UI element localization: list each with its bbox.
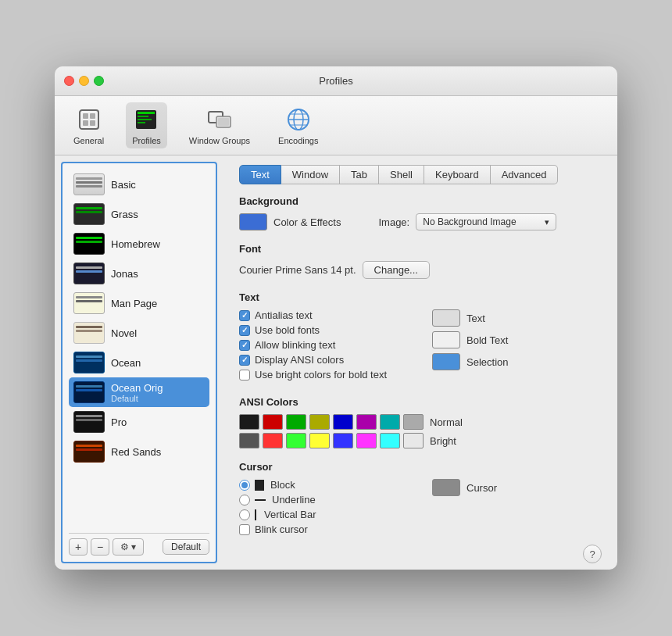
tab-shell[interactable]: Shell [379, 165, 424, 184]
profile-item-grass[interactable]: Grass [69, 199, 209, 229]
maximize-button[interactable] [94, 76, 104, 86]
ansi-normal-2[interactable] [286, 414, 306, 430]
toolbar-item-general[interactable]: General [67, 102, 110, 148]
content-area: Basic Grass Homebrew [55, 155, 617, 570]
profile-name-basic: Basic [111, 179, 136, 191]
profile-item-jonas[interactable]: Jonas [69, 259, 209, 288]
tab-window[interactable]: Window [281, 165, 340, 184]
svg-rect-1 [83, 113, 88, 119]
ansi-bright-7[interactable] [403, 433, 424, 448]
ansi-bright-5[interactable] [356, 433, 377, 448]
ansi-bright-4[interactable] [333, 433, 353, 448]
svg-rect-0 [80, 110, 98, 129]
blink-cursor-checkbox[interactable] [239, 524, 250, 535]
profile-thumb-oceanorig [73, 381, 105, 403]
cursor-color-col: Cursor [432, 479, 602, 538]
profile-item-manpage[interactable]: Man Page [69, 288, 209, 318]
svg-rect-4 [90, 120, 95, 126]
ansi-bright-6[interactable] [380, 433, 400, 448]
text-section: Text Antialias text Use bold fonts [239, 291, 602, 384]
ansi-normal-3[interactable] [309, 414, 330, 430]
profile-thumb-novel [73, 322, 105, 344]
toolbar-item-encodings[interactable]: Encodings [272, 102, 324, 148]
cursor-underline-radio[interactable] [239, 495, 250, 506]
tab-advanced[interactable]: Advanced [491, 165, 559, 184]
ansi-normal-4[interactable] [333, 414, 353, 430]
profile-sub-oceanorig: Default [111, 394, 163, 403]
ansi-title: ANSI Colors [239, 396, 602, 408]
profile-item-homebrew[interactable]: Homebrew [69, 229, 209, 259]
text-checkboxes: Antialias text Use bold fonts Allow blin… [239, 309, 409, 384]
blink-cursor-label: Blink cursor [255, 523, 308, 535]
tab-keyboard[interactable]: Keyboard [424, 165, 491, 184]
ansi-section: ANSI Colors Normal [239, 396, 602, 448]
bright-bold-label: Use bright colors for bold text [255, 369, 387, 381]
background-section: Background Color & Effects Image: No Bac… [239, 195, 602, 230]
default-button[interactable]: Default [163, 539, 209, 555]
profile-name-manpage: Man Page [111, 298, 157, 309]
bright-bold-checkbox[interactable] [239, 370, 250, 381]
ansi-normal-0[interactable] [239, 414, 259, 430]
profile-item-basic[interactable]: Basic [69, 170, 209, 199]
cursor-block-radio[interactable] [239, 480, 250, 491]
selection-color-box[interactable] [432, 353, 460, 370]
ansi-bright-3[interactable] [309, 433, 330, 448]
background-title: Background [239, 195, 602, 207]
cursor-underline-row: Underline [239, 494, 409, 506]
profile-item-ocean[interactable]: Ocean [69, 348, 209, 377]
profile-name-ocean: Ocean [111, 357, 141, 369]
profile-item-novel[interactable]: Novel [69, 318, 209, 348]
remove-profile-button[interactable]: − [91, 538, 109, 556]
ansi-row: Display ANSI colors [239, 354, 409, 366]
profile-item-redsands[interactable]: Red Sands [69, 437, 209, 466]
tab-text[interactable]: Text [239, 165, 281, 184]
ansi-checkbox[interactable] [239, 355, 250, 366]
ansi-normal-1[interactable] [263, 414, 283, 430]
tab-tab[interactable]: Tab [340, 165, 379, 184]
minimize-button[interactable] [79, 76, 89, 86]
profile-item-pro[interactable]: Pro [69, 407, 209, 437]
profile-sidebar: Basic Grass Homebrew [61, 162, 217, 563]
cursor-section: Cursor Block Underline [239, 461, 602, 563]
ansi-bright-2[interactable] [286, 433, 306, 448]
toolbar-item-profiles[interactable]: Profiles [126, 102, 167, 148]
text-color-box[interactable] [432, 309, 460, 327]
ansi-normal-6[interactable] [380, 414, 400, 430]
profile-name-grass: Grass [111, 209, 138, 220]
ansi-normal-5[interactable] [356, 414, 377, 430]
ansi-normal-7[interactable] [403, 414, 424, 430]
profile-thumb-redsands [73, 441, 105, 463]
cursor-underline-label: Underline [272, 494, 316, 506]
change-font-button[interactable]: Change... [363, 261, 430, 279]
background-color-box[interactable] [239, 213, 267, 230]
antialias-checkbox[interactable] [239, 310, 250, 321]
bold-color-box[interactable] [432, 331, 460, 348]
profile-name-homebrew: Homebrew [111, 238, 160, 250]
encodings-icon [284, 105, 313, 134]
ansi-bright-0[interactable] [239, 433, 259, 448]
help-button[interactable]: ? [583, 545, 602, 563]
toolbar-label-window-groups: Window Groups [189, 136, 250, 145]
image-dropdown[interactable]: No Background Image ▾ [416, 213, 556, 230]
cursor-color-box[interactable] [432, 479, 460, 496]
add-profile-button[interactable]: + [69, 538, 88, 556]
bold-fonts-checkbox[interactable] [239, 325, 250, 336]
profiles-icon [132, 105, 160, 134]
svg-rect-2 [90, 113, 95, 119]
cursor-vbar-radio[interactable] [239, 509, 250, 520]
profile-thumb-homebrew [73, 233, 105, 255]
bold-fonts-label: Use bold fonts [255, 324, 320, 336]
toolbar-item-window-groups[interactable]: Window Groups [183, 102, 256, 148]
text-colors: Text Bold Text Selection [432, 309, 602, 384]
font-name: Courier Prime Sans 14 pt. [239, 264, 356, 276]
profile-name-redsands: Red Sands [111, 446, 161, 458]
profile-item-oceanorig[interactable]: Ocean Orig Default [69, 377, 209, 407]
blinking-checkbox[interactable] [239, 340, 250, 351]
ansi-bright-1[interactable] [263, 433, 283, 448]
svg-rect-12 [218, 118, 229, 126]
close-button[interactable] [64, 76, 74, 86]
font-row: Courier Prime Sans 14 pt. Change... [239, 261, 602, 279]
cursor-color-label: Cursor [466, 482, 497, 494]
color-effects-label[interactable]: Color & Effects [273, 216, 341, 228]
gear-menu-button[interactable]: ⚙ ▾ [113, 538, 144, 556]
